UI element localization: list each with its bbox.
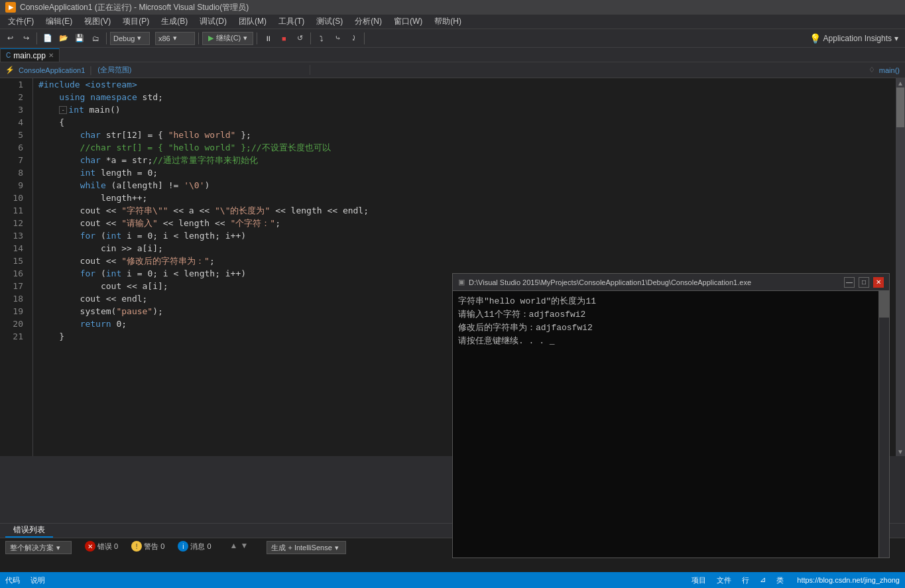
code-token: << length << [158, 217, 231, 229]
maximize-button[interactable]: □ [859, 277, 869, 288]
app-insights-button[interactable]: 💡 Application Insights ▾ [806, 32, 902, 45]
vs-logo-icon: ▶ [5, 2, 16, 13]
tab-label: main.cpp [13, 51, 46, 60]
code-token: ); [152, 305, 163, 318]
build-filter-dropdown[interactable]: 生成 + IntelliSense ▾ [267, 541, 346, 554]
code-token: char [80, 154, 101, 166]
line-num-4: 4 [0, 116, 27, 129]
save-button[interactable]: 💾 [72, 31, 87, 46]
save-all-button[interactable]: 🗂 [88, 31, 103, 46]
code-line-8: int length = 0; [38, 166, 890, 179]
scrollbar-down-button[interactable]: ▼ [896, 447, 905, 456]
step-into-button[interactable]: ⤷ [330, 31, 345, 46]
collapse-icon[interactable]: - [59, 106, 67, 114]
stop-button[interactable]: ■ [276, 31, 291, 46]
code-token: << a << [168, 204, 215, 217]
undo-button[interactable]: ↩ [3, 31, 17, 46]
config-dropdown[interactable]: Debug ▾ [110, 32, 150, 45]
line-num-2: 2 [0, 91, 27, 103]
menu-window[interactable]: 窗口(W) [389, 15, 428, 29]
code-token: length = 0; [95, 166, 158, 179]
tab-file-icon: C [6, 52, 11, 59]
tab-main-cpp[interactable]: C main.cpp ✕ [0, 48, 60, 62]
warnings-filter[interactable]: ! 警告 0 [131, 541, 164, 552]
build-label: 生成 + IntelliSense [271, 543, 332, 553]
scrollbar-thumb[interactable] [896, 88, 904, 127]
menu-team[interactable]: 团队(M) [233, 15, 272, 29]
vertical-scrollbar[interactable]: ▲ ▼ [896, 78, 905, 456]
status-filter-icon[interactable]: ⊿ [760, 575, 766, 585]
continue-button[interactable]: ▶ 继续(C) ▾ [202, 32, 253, 45]
csdn-link[interactable]: https://blog.csdn.net/jing_zhong [797, 576, 900, 584]
status-tab-desc[interactable]: 说明 [30, 575, 45, 585]
tab-error-list[interactable]: 错误列表 [5, 524, 53, 538]
new-button[interactable]: 📄 [40, 31, 55, 46]
errors-label: 错误 0 [97, 542, 118, 552]
build-info: 生成 + IntelliSense ▾ [267, 541, 346, 554]
code-token [38, 318, 80, 330]
continue-chevron-icon: ▾ [243, 34, 247, 42]
menu-project[interactable]: 项目(P) [117, 15, 154, 29]
status-bar: 代码 说明 项目 文件 行 ⊿ 类 https://blog.csdn.net/… [0, 572, 905, 588]
code-token: std; [137, 91, 163, 103]
scrollbar-up-button[interactable]: ▲ [896, 78, 905, 88]
redo-button[interactable]: ↪ [19, 31, 33, 46]
console-scrollbar[interactable] [878, 291, 889, 558]
code-token: '\0' [184, 179, 204, 192]
console-scrollbar-thumb[interactable] [879, 291, 889, 318]
restart-button[interactable]: ↺ [292, 31, 307, 46]
console-line-2: 请输入11个字符：adjfaosfwi2 [458, 308, 884, 322]
scope-dropdown[interactable]: (全局范围) [97, 65, 131, 75]
code-line-4: { [38, 116, 890, 129]
menu-file[interactable]: 文件(F) [3, 15, 39, 29]
menu-build[interactable]: 生成(B) [156, 15, 193, 29]
menu-edit[interactable]: 编辑(E) [40, 15, 78, 29]
line-num-11: 11 [0, 204, 27, 217]
sort-up-icon[interactable]: ▲ [230, 541, 238, 550]
tab-close-button[interactable]: ✕ [48, 52, 54, 59]
function-dropdown[interactable]: main() [879, 66, 900, 74]
code-token: << length << endl; [270, 204, 369, 217]
menu-tools[interactable]: 工具(T) [273, 15, 310, 29]
project-dropdown[interactable]: ConsoleApplication1 [19, 66, 85, 74]
step-out-button[interactable]: ⤸ [346, 31, 361, 46]
code-token: { [38, 116, 64, 129]
code-token: #include <iostream> [38, 78, 137, 91]
scope-filter-dropdown[interactable]: 整个解决方案 ▾ [5, 541, 72, 554]
step-over-button[interactable]: ⤵ [314, 31, 329, 46]
menu-analyze[interactable]: 分析(N) [349, 15, 387, 29]
line-num-18: 18 [0, 292, 27, 305]
code-token: i = 0; i < length; i++) [121, 267, 246, 280]
pause-button[interactable]: ⏸ [261, 31, 275, 46]
code-token [38, 129, 80, 141]
close-button[interactable]: ✕ [873, 277, 884, 288]
status-tab-code[interactable]: 代码 [5, 575, 20, 585]
code-token [38, 229, 80, 242]
messages-filter[interactable]: i 消息 0 [178, 541, 211, 552]
code-token: using [59, 91, 85, 103]
menu-debug[interactable]: 调试(D) [194, 15, 232, 29]
line-num-17: 17 [0, 280, 27, 292]
menu-view[interactable]: 视图(V) [79, 15, 116, 29]
errors-filter[interactable]: ✕ 错误 0 [85, 541, 118, 552]
status-tab-file: 文件 [717, 575, 731, 585]
platform-dropdown[interactable]: x86 ▾ [155, 32, 195, 45]
message-icon: i [178, 541, 188, 552]
code-token: "字符串\"" [121, 204, 168, 217]
app-insights-label: Application Insights [823, 34, 892, 43]
sort-down-icon[interactable]: ▼ [240, 541, 248, 550]
title-bar: ▶ ConsoleApplication1 (正在运行) - Microsoft… [0, 0, 905, 15]
code-token: "个字符：" [230, 217, 275, 229]
code-token [38, 103, 59, 116]
open-button[interactable]: 📂 [56, 31, 71, 46]
menu-help[interactable]: 帮助(H) [429, 15, 467, 29]
code-token: "\"的长度为" [215, 204, 270, 217]
code-line-13: for (int i = 0; i < length; i++) [38, 229, 890, 242]
separator-3 [198, 32, 199, 44]
code-token: "请输入" [121, 217, 158, 229]
minimize-button[interactable]: — [844, 277, 855, 288]
line-num-10: 10 [0, 192, 27, 204]
code-token: //char str[] = { "hello world" };//不设置长度… [38, 141, 331, 154]
console-window: ▣ D:\Visual Studio 2015\MyProjects\Conso… [452, 273, 890, 558]
menu-test[interactable]: 测试(S) [311, 15, 348, 29]
